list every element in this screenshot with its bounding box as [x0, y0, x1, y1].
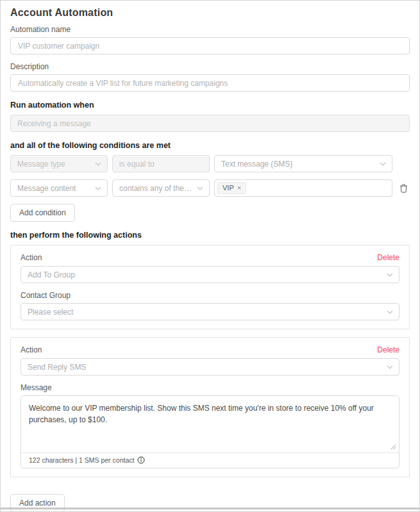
contact-group-select[interactable]: Please select: [21, 303, 399, 320]
condition-field-select: Message type: [10, 155, 108, 172]
tag-label: VIP: [223, 184, 234, 192]
chevron-down-icon: [387, 273, 393, 277]
condition-operator-select[interactable]: contains any of the followi...: [112, 179, 210, 197]
action-card: Action Delete Add To Group Contact Group…: [10, 245, 410, 329]
info-icon[interactable]: [137, 456, 145, 464]
condition-field-select[interactable]: Message content: [10, 179, 108, 197]
condition-value-select[interactable]: Text message (SMS): [214, 155, 392, 172]
condition-row: Message type is equal to Text message (S…: [10, 155, 410, 172]
chevron-down-icon: [387, 365, 393, 369]
trigger-heading: Run automation when: [10, 101, 410, 110]
action-card: Action Delete Send Reply SMS Message Wel…: [10, 337, 410, 477]
page-title: Account Automation: [10, 7, 410, 19]
delete-condition-cell: [397, 183, 410, 194]
automation-name-input[interactable]: [10, 37, 410, 54]
message-box: Welcome to our VIP membership list. Show…: [21, 395, 399, 468]
action-card-header: Action Delete: [21, 345, 399, 354]
chevron-down-icon: [95, 186, 101, 190]
action-type-select[interactable]: Add To Group: [21, 266, 399, 283]
contact-group-value: Please select: [28, 308, 392, 317]
actions-heading: then perform the following actions: [10, 231, 410, 240]
trigger-input: Receiving a message: [10, 115, 410, 132]
tag-remove-icon[interactable]: ×: [237, 184, 241, 192]
message-textarea[interactable]: Welcome to our VIP membership list. Show…: [21, 396, 399, 452]
chevron-down-icon: [197, 186, 203, 190]
chevron-down-icon: [387, 310, 393, 314]
conditions-heading: and all of the following conditions are …: [10, 141, 410, 151]
resize-handle-icon[interactable]: [391, 444, 396, 450]
page-content: Account Automation Automation name Descr…: [1, 1, 419, 512]
action-type-select[interactable]: Send Reply SMS: [21, 358, 399, 376]
automation-name-label: Automation name: [10, 25, 410, 34]
chevron-down-icon: [380, 162, 386, 166]
condition-operator-value: is equal to: [119, 160, 203, 169]
trash-icon[interactable]: [398, 183, 409, 194]
description-label: Description: [10, 62, 410, 71]
action-type-value: Add To Group: [28, 270, 392, 279]
condition-value-text: Text message (SMS): [221, 160, 385, 169]
description-input[interactable]: [10, 74, 410, 92]
condition-operator-value: contains any of the followi...: [119, 184, 203, 193]
action-card-header: Action Delete: [21, 253, 399, 262]
delete-action-link[interactable]: Delete: [377, 253, 399, 262]
condition-tag: VIP ×: [217, 182, 246, 194]
delete-action-link[interactable]: Delete: [377, 345, 399, 354]
contact-group-label: Contact Group: [21, 291, 399, 300]
add-condition-button[interactable]: Add condition: [10, 204, 75, 222]
message-footer: 122 characters | 1 SMS per contact: [21, 452, 399, 468]
condition-row: Message content contains any of the foll…: [10, 179, 410, 197]
account-automation-page: { "page": { "title": "Account Automation…: [0, 0, 420, 512]
character-count: 122 characters | 1 SMS per contact: [29, 456, 134, 464]
condition-field-value: Message content: [17, 184, 101, 193]
action-label: Action: [21, 253, 42, 262]
action-label: Action: [21, 345, 42, 354]
trigger-value: Receiving a message: [17, 119, 403, 128]
chevron-down-icon: [95, 162, 101, 166]
message-label: Message: [21, 383, 399, 392]
condition-tags-input[interactable]: VIP ×: [214, 179, 392, 197]
condition-field-value: Message type: [17, 160, 101, 169]
action-type-value: Send Reply SMS: [28, 363, 392, 372]
bottom-scrollbar[interactable]: [1, 508, 419, 509]
condition-operator-input: is equal to: [112, 155, 210, 172]
message-area: Welcome to our VIP membership list. Show…: [21, 396, 399, 452]
